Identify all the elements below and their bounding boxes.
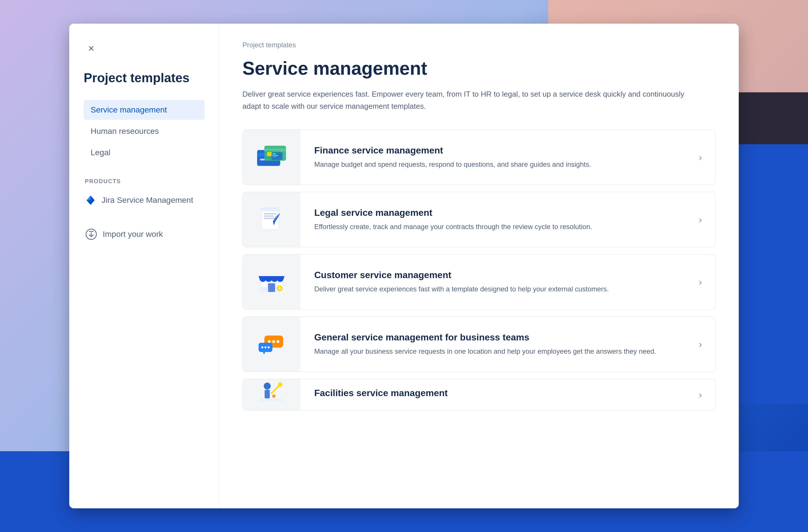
- template-card-customer[interactable]: Customer service management Deliver grea…: [242, 254, 716, 310]
- import-icon: [85, 228, 97, 241]
- modal: × Project templates Service management H…: [69, 24, 739, 508]
- import-label: Import your work: [103, 230, 163, 239]
- svg-rect-15: [264, 216, 274, 217]
- import-work-item[interactable]: Import your work: [84, 224, 205, 245]
- finance-icon-area: [243, 130, 300, 185]
- template-card-facilities[interactable]: Facilities service management ›: [242, 379, 716, 410]
- customer-card-title: Customer service management: [314, 270, 678, 280]
- sidebar-item-human-resources[interactable]: Human reseources: [84, 122, 205, 141]
- sidebar-title: Project templates: [84, 70, 205, 86]
- finance-chevron-icon: ›: [692, 152, 715, 163]
- svg-rect-14: [264, 213, 276, 214]
- sidebar: × Project templates Service management H…: [69, 24, 219, 508]
- svg-point-23: [268, 340, 271, 343]
- general-card-desc: Manage all your business service request…: [314, 346, 678, 356]
- svg-rect-33: [260, 399, 283, 401]
- svg-point-32: [278, 382, 282, 387]
- svg-point-25: [276, 340, 279, 343]
- customer-chevron-icon: ›: [692, 277, 715, 287]
- svg-point-24: [272, 340, 275, 343]
- svg-rect-10: [272, 157, 277, 157]
- legal-card-desc: Effortlessly create, track and manage yo…: [314, 222, 678, 232]
- breadcrumb: Project templates: [242, 41, 716, 49]
- sidebar-item-service-management[interactable]: Service management: [84, 100, 205, 120]
- finance-card-title: Finance service management: [314, 145, 678, 156]
- products-section-label: PRODUCTS: [84, 178, 205, 185]
- svg-rect-19: [261, 282, 267, 287]
- facilities-card-title: Facilities service management: [314, 388, 678, 399]
- nav-list: Service management Human reseources Lega…: [84, 100, 205, 164]
- general-icon-area: [243, 317, 300, 372]
- jira-label: Jira Service Management: [102, 196, 193, 205]
- facilities-chevron-icon: ›: [692, 389, 715, 400]
- finance-card-desc: Manage budget and spend requests, respon…: [314, 159, 678, 170]
- svg-point-27: [261, 347, 263, 349]
- customer-icon-area: [243, 255, 300, 309]
- legal-card-title: Legal service management: [314, 207, 678, 218]
- facilities-icon-area: [243, 379, 300, 410]
- svg-rect-31: [264, 390, 270, 399]
- svg-point-28: [264, 347, 267, 349]
- template-card-legal[interactable]: Legal service management Effortlessly cr…: [242, 192, 716, 247]
- template-card-finance[interactable]: Finance service management Manage budget…: [242, 130, 716, 185]
- facilities-card-body: Facilities service management: [300, 379, 692, 410]
- legal-icon-area: [243, 192, 300, 247]
- legal-card-body: Legal service management Effortlessly cr…: [300, 197, 692, 242]
- template-card-general[interactable]: General service management for business …: [242, 316, 716, 372]
- page-title: Service management: [242, 58, 716, 79]
- svg-rect-18: [268, 283, 275, 292]
- jira-service-management-icon: [85, 195, 96, 206]
- svg-point-29: [268, 347, 270, 349]
- svg-rect-6: [267, 152, 272, 156]
- general-card-body: General service management for business …: [300, 322, 692, 367]
- page-description: Deliver great service experiences fast. …: [242, 88, 704, 112]
- close-button[interactable]: ×: [84, 41, 99, 56]
- svg-rect-5: [264, 149, 286, 151]
- svg-point-30: [264, 383, 271, 389]
- sidebar-item-legal[interactable]: Legal: [84, 143, 205, 162]
- main-content: Project templates Service management Del…: [219, 24, 739, 508]
- svg-rect-9: [272, 155, 278, 156]
- legal-chevron-icon: ›: [692, 214, 715, 225]
- customer-card-desc: Deliver great service experiences fast w…: [314, 284, 678, 294]
- svg-point-34: [272, 395, 276, 398]
- finance-card-body: Finance service management Manage budget…: [300, 135, 692, 180]
- general-card-title: General service management for business …: [314, 332, 678, 343]
- svg-rect-8: [272, 153, 276, 154]
- general-chevron-icon: ›: [692, 339, 715, 350]
- customer-card-body: Customer service management Deliver grea…: [300, 259, 692, 305]
- product-item-jira[interactable]: Jira Service Management: [84, 190, 205, 210]
- svg-rect-13: [261, 208, 279, 212]
- svg-rect-16: [264, 218, 275, 219]
